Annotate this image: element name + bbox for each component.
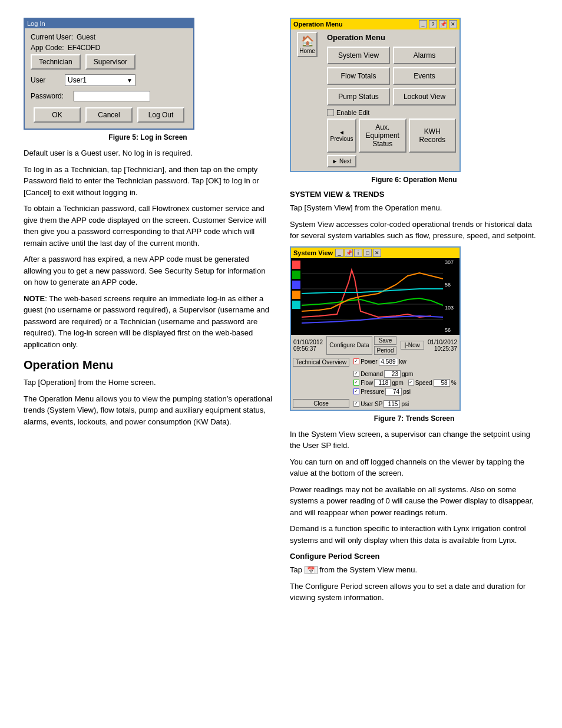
home-label: Home: [299, 48, 315, 54]
sv-para6: Demand is a function specific to interac…: [290, 523, 538, 546]
legend-cyan-block: [292, 301, 300, 309]
trends-close-icon[interactable]: ✕: [373, 249, 381, 257]
para4: After a password has expired, a new APP …: [24, 253, 272, 288]
figure7-caption: Figure 7: Trends Screen: [290, 414, 538, 423]
trends-chart-container: 307 56 103 56: [291, 258, 459, 335]
figure5-caption: Figure 5: Log in Screen: [24, 133, 272, 141]
password-row: Password:: [31, 91, 187, 101]
trends-pin-icon[interactable]: 📌: [345, 249, 353, 257]
sv-para4: You can turn on and off logged channels …: [290, 456, 538, 479]
trends-maximize-icon[interactable]: □: [363, 249, 372, 257]
current-user-value: Guest: [77, 33, 95, 41]
ok-button[interactable]: OK: [34, 107, 81, 123]
events-button[interactable]: Events: [393, 67, 456, 85]
time-left: 09:56:37: [293, 345, 323, 352]
flow-checkbox[interactable]: [353, 380, 359, 386]
technical-overview-button[interactable]: Technical Overview: [293, 358, 349, 367]
trends-title-bar: System View _ 📌 i □ ✕: [291, 248, 459, 258]
date-right: 01/10/2012: [428, 339, 457, 345]
close-button[interactable]: Close: [293, 399, 349, 408]
trends-info-icon[interactable]: i: [354, 249, 362, 257]
op-para2: The Operation Menu allows you to view th…: [24, 393, 272, 428]
sv-para1: Tap [System View] from the Operation men…: [290, 202, 538, 214]
kwh-records-button[interactable]: KWH Records: [409, 118, 457, 153]
save-button[interactable]: Save: [374, 336, 397, 345]
app-code-value: EF4CDFD: [68, 44, 100, 52]
login-type-buttons: Technician Supervisor: [31, 54, 187, 70]
sv-para2: System View accesses color-coded operati…: [290, 219, 538, 242]
home-button[interactable]: 🏠 Home: [297, 32, 318, 57]
y-axis-top: 307: [445, 259, 458, 265]
minimize-icon[interactable]: _: [419, 20, 427, 28]
trends-chart-svg-container: [302, 258, 443, 335]
time-right-col: 01/10/2012 10:25:37: [428, 339, 457, 352]
sv-para3: In the System View screen, a supervisor …: [290, 429, 538, 452]
pressure-unit: psi: [403, 388, 411, 395]
aux-equipment-button[interactable]: Aux. Equipment Status: [359, 118, 406, 153]
operation-menu-heading: Operation Menu: [24, 358, 272, 372]
user-row: User User1 ▼: [31, 74, 187, 86]
next-button[interactable]: ► Next: [327, 155, 356, 167]
system-view-button[interactable]: System View: [327, 47, 390, 64]
help-icon[interactable]: ?: [429, 20, 437, 28]
configure-data-button[interactable]: Configure Data: [326, 336, 372, 355]
flow-unit: gpm: [392, 380, 403, 386]
speed-checkbox[interactable]: [408, 380, 414, 386]
y-axis-bottom: 56: [445, 327, 458, 333]
op-title-text: Operation Menu: [293, 21, 343, 28]
para5-text: : The web-based screens require an immed…: [24, 294, 269, 349]
alarms-button[interactable]: Alarms: [393, 47, 456, 64]
enable-edit-label: Enable Edit: [336, 109, 369, 116]
cancel-button[interactable]: Cancel: [85, 107, 133, 123]
demand-label: Demand: [361, 371, 383, 377]
user-dropdown-value: User1: [68, 76, 87, 84]
trends-data-section: Technical Overview Close Power 4.589 kw: [291, 356, 459, 410]
pin-icon[interactable]: 📌: [439, 20, 447, 28]
enable-edit-checkbox[interactable]: [327, 109, 334, 116]
close-icon[interactable]: ✕: [449, 20, 457, 28]
dropdown-arrow-icon: ▼: [127, 77, 133, 84]
trends-title-icons: _ 📌 i □ ✕: [335, 249, 381, 257]
operation-menu-dialog: Operation Menu _ ? 📌 ✕ 🏠 Home Oper: [290, 18, 461, 172]
login-dialog-titlebar: Log In: [25, 19, 193, 28]
previous-button[interactable]: ◄ Previous: [327, 118, 356, 153]
op-inner-title: Operation Menu: [327, 33, 456, 42]
demand-checkbox[interactable]: [353, 371, 359, 377]
trends-screen-dialog: System View _ 📌 i □ ✕: [290, 246, 461, 411]
user-dropdown[interactable]: User1 ▼: [65, 74, 135, 86]
login-info-section: Current User: Guest App Code: EF4CDFD: [31, 33, 187, 52]
op-side-nav: 🏠 Home: [291, 29, 323, 171]
op-title-icons: _ ? 📌 ✕: [419, 20, 457, 28]
op-menu-grid: System View Alarms Flow Totals Events Pu…: [327, 47, 456, 106]
lockout-view-button[interactable]: Lockout View: [393, 88, 456, 106]
flow-totals-button[interactable]: Flow Totals: [327, 67, 390, 85]
cp-para1: Tap 📅 from the System View menu.: [290, 564, 538, 576]
trends-minimize-icon[interactable]: _: [335, 249, 343, 257]
technician-button[interactable]: Technician: [31, 54, 81, 70]
pump-status-button[interactable]: Pump Status: [327, 88, 390, 106]
trends-title-text: System View: [293, 249, 333, 256]
trends-side-nav-buttons: Technical Overview Close: [291, 356, 351, 410]
period-button[interactable]: Period: [374, 346, 397, 355]
pressure-label: Pressure: [361, 388, 384, 395]
op-menu-body: 🏠 Home Operation Menu System View Alarms…: [291, 29, 459, 171]
note-label: NOTE: [24, 294, 45, 303]
supervisor-button[interactable]: Supervisor: [85, 54, 135, 70]
y-axis-mid-upper: 56: [445, 282, 458, 288]
user-sp-unit: psi: [401, 401, 409, 407]
user-sp-checkbox[interactable]: [353, 401, 359, 407]
login-dialog: Log In Current User: Guest App Code: EF4…: [24, 18, 194, 130]
calendar-icon: 📅: [305, 566, 318, 574]
right-arrow-icon: ►: [332, 158, 338, 164]
password-input[interactable]: [74, 91, 150, 101]
configure-period-heading: Configure Period Screen: [290, 552, 538, 561]
pressure-checkbox[interactable]: [353, 388, 359, 394]
logout-button[interactable]: Log Out: [137, 107, 184, 123]
flow-item: Flow 118 gpm: [353, 379, 404, 387]
trends-y-axis: 307 56 103 56: [443, 258, 459, 335]
now-button[interactable]: |-Now: [401, 341, 424, 350]
power-checkbox[interactable]: [353, 358, 359, 364]
para1: Default user is a Guest user. No log in …: [24, 147, 272, 159]
power-value: 4.589: [379, 358, 398, 365]
cp-para1-prefix: Tap: [290, 565, 305, 574]
